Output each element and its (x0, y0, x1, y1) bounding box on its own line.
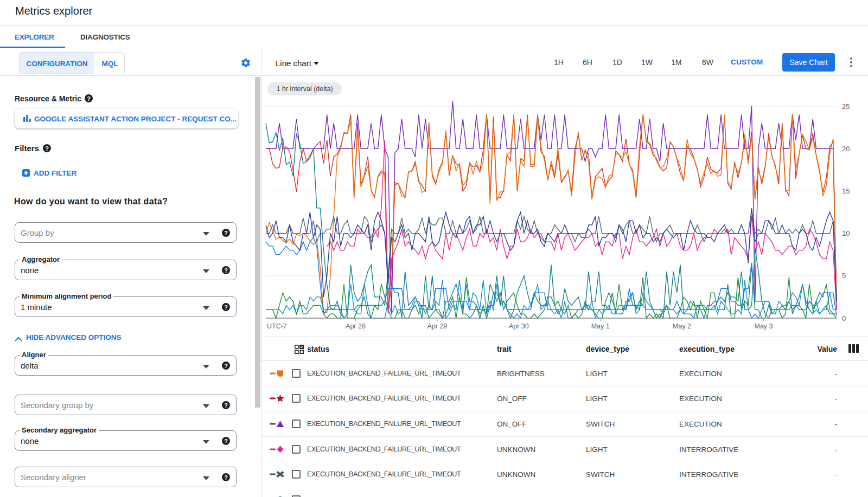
svg-text:Apr 30: Apr 30 (509, 322, 529, 330)
svg-text:15: 15 (842, 187, 850, 195)
svg-text:5: 5 (842, 272, 846, 280)
svg-text:UTC-7: UTC-7 (267, 322, 287, 330)
svg-text:Apr 29: Apr 29 (427, 322, 447, 330)
svg-text:25: 25 (842, 102, 850, 111)
svg-text:0: 0 (842, 314, 846, 322)
svg-text:May 2: May 2 (673, 322, 691, 330)
svg-text:May 3: May 3 (754, 322, 773, 330)
svg-text:10: 10 (842, 229, 850, 237)
svg-text:Apr 28: Apr 28 (346, 322, 366, 330)
svg-text:May 1: May 1 (591, 322, 610, 330)
svg-text:20: 20 (842, 145, 850, 153)
